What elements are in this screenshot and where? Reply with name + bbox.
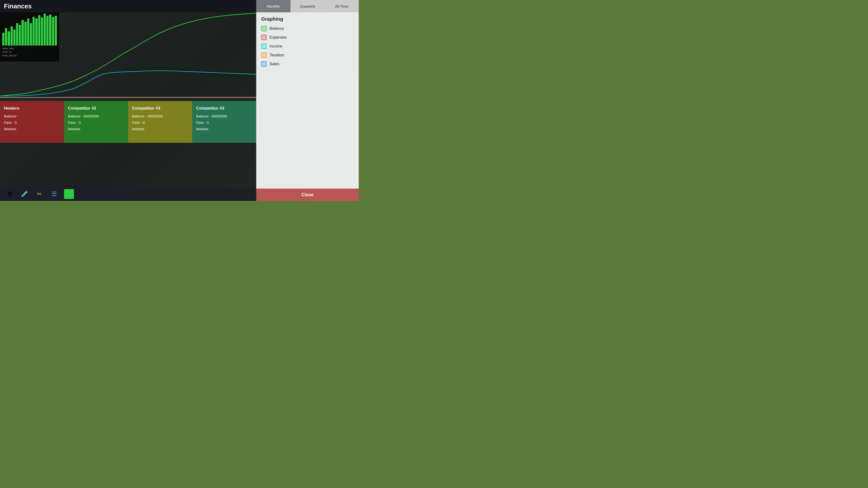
mini-bar [46,16,49,45]
mini-bar [49,14,51,45]
legend-taxation: Taxation [261,53,354,58]
comp3b-markets: Markets [196,127,252,131]
comp3a-card: Competitor #3 Balance - 90000000 Fans - … [128,101,192,143]
comp3b-fans: Fans - 0 [196,121,252,125]
header: Finances [0,0,256,12]
mini-chart: Sales: 4000 Stock: 35 Profit: 228,200 [0,12,59,62]
comp3b-card-title: Competitor #3 [196,106,252,111]
comp3a-balance: Balance - 90000000 [132,114,188,118]
research-icon[interactable]: 🧪 [20,189,30,199]
right-panel: Monthly Quarterly All Time Graphing Bala… [256,0,359,201]
comp2-balance: Balance - 90000000 [68,114,124,118]
menu-icon[interactable]: ☰ [49,189,59,199]
heaters-balance: Balance - [4,114,60,118]
graphing-title: Graphing [261,16,354,22]
balance-legend-box [261,26,267,31]
legend-income: Income [261,43,354,49]
comp2-card: Competitor #2 Balance - 90000000 Fans - … [64,101,128,143]
mini-stats: Sales: 4000 Stock: 35 Profit: 228,200 [1,47,58,57]
comp2-card-title: Competitor #2 [68,106,124,111]
balance-legend-label: Balance [270,26,284,31]
tab-alltime[interactable]: All Time [324,0,359,12]
expenses-legend-label: Expenses [270,35,287,40]
mini-bar [10,26,13,45]
comp3a-fans: Fans - 0 [132,121,188,125]
comp3a-markets: Markets [132,127,188,131]
mini-bars [1,13,58,45]
comp2-markets: Markets [68,127,124,131]
page-title: Finances [4,2,32,10]
graphing-section: Graphing Balance Expenses Income Taxatio… [256,12,359,201]
sales-legend-box [261,61,267,67]
mini-bar [43,13,46,45]
legend-balance: Balance [261,26,354,31]
legend-sales: Sales [261,61,354,67]
heaters-card: Heaters Balance - Fans - 0 Markets [0,101,64,143]
expenses-line [0,97,256,97]
build-icon[interactable]: ⚒ [5,189,15,199]
mini-bar [5,28,7,46]
sales-legend-label: Sales [270,62,279,66]
mini-bar [38,15,40,46]
close-button[interactable]: Close [256,189,359,201]
mini-bar [22,20,24,45]
mini-bar [24,22,27,46]
tab-monthly[interactable]: Monthly [256,0,290,12]
mini-bar [55,16,57,45]
mini-bar [2,33,4,45]
mini-bar [19,25,21,46]
comp3a-card-title: Competitor #3 [132,106,188,111]
expenses-legend-box [261,35,267,40]
mini-bar [16,23,18,45]
mini-bar [35,19,37,46]
income-legend-box [261,43,267,49]
main-panel: Finances Sales: 4000 St [0,0,256,201]
info-icon[interactable]: ℹ [64,189,74,199]
mini-bar [8,31,10,46]
tab-quarterly[interactable]: Quarterly [290,0,325,12]
income-legend-label: Income [270,44,282,48]
comp2-fans: Fans - 0 [68,121,124,125]
cards-area: Heaters Balance - Fans - 0 Markets Compe… [0,101,256,143]
scissors-icon[interactable]: ✂ [34,189,44,199]
mini-bar [52,17,54,45]
comp3b-balance: Balance - 90000000 [196,114,252,118]
mini-bar [13,30,16,45]
time-tabs: Monthly Quarterly All Time [256,0,359,12]
mini-bar [30,23,32,45]
legend-expenses: Expenses [261,35,354,40]
comp3b-card: Competitor #3 Balance - 90000000 Fans - … [192,101,256,143]
heaters-card-title: Heaters [4,106,60,111]
heaters-markets: Markets [4,127,60,131]
income-line [0,71,256,96]
taxation-legend-box [261,53,267,58]
bottom-toolbar: ⚒ 🧪 ✂ ☰ ℹ [0,187,256,201]
mini-bar [27,19,29,46]
taxation-legend-label: Taxation [270,53,284,57]
mini-bar [33,17,35,45]
heaters-fans: Fans - 0 [4,121,60,125]
mini-bar [41,18,43,45]
